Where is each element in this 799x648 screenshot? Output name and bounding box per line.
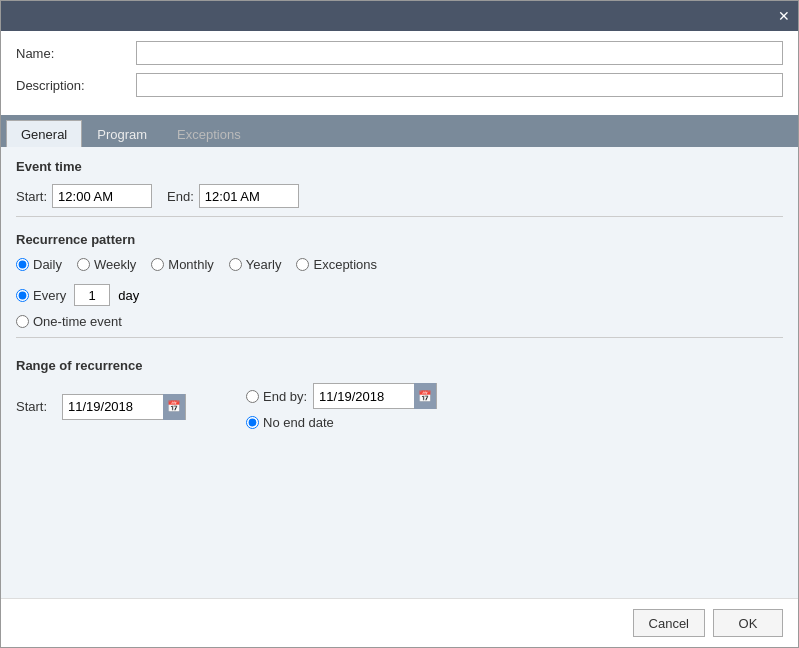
end-by-date-wrapper: 📅 (313, 383, 437, 409)
no-end-date-label: No end date (263, 415, 334, 430)
start-date-input[interactable] (63, 395, 163, 419)
radio-exceptions-label: Exceptions (313, 257, 377, 272)
radio-monthly-label: Monthly (168, 257, 214, 272)
tab-general[interactable]: General (6, 120, 82, 147)
content-area: Event time Start: End: Recurrence patter… (1, 147, 798, 598)
range-section: Range of recurrence Start: 📅 End by: (16, 358, 783, 430)
recurrence-title: Recurrence pattern (16, 232, 783, 247)
no-end-date-row: No end date (246, 415, 437, 430)
radio-weekly[interactable]: Weekly (77, 257, 136, 272)
recurrence-options-row: Daily Weekly Monthly Yearly Exceptions (16, 257, 783, 272)
close-button[interactable]: ✕ (778, 9, 790, 23)
tabs-bar: General Program Exceptions (1, 115, 798, 147)
radio-weekly-label: Weekly (94, 257, 136, 272)
ok-button[interactable]: OK (713, 609, 783, 637)
recurrence-section: Recurrence pattern Daily Weekly Monthly … (16, 232, 783, 329)
title-bar: ✕ (1, 1, 798, 31)
dialog: ✕ Name: Description: General Program Exc… (0, 0, 799, 648)
description-input[interactable] (136, 73, 783, 97)
one-time-label: One-time event (33, 314, 122, 329)
one-time-row: One-time event (16, 314, 783, 329)
radio-monthly[interactable]: Monthly (151, 257, 214, 272)
radio-exceptions[interactable]: Exceptions (296, 257, 377, 272)
name-label: Name: (16, 46, 136, 61)
radio-no-end-date[interactable]: No end date (246, 415, 437, 430)
footer: Cancel OK (1, 598, 798, 647)
start-calendar-button[interactable]: 📅 (163, 394, 185, 420)
every-row: Every day (16, 284, 783, 306)
end-time-input[interactable] (199, 184, 299, 208)
radio-daily-label: Daily (33, 257, 62, 272)
range-start-label: Start: (16, 399, 56, 414)
every-value-input[interactable] (74, 284, 110, 306)
every-label: Every (33, 288, 66, 303)
radio-end-by[interactable]: End by: (246, 389, 307, 404)
description-row: Description: (16, 73, 783, 97)
end-by-date-input[interactable] (314, 384, 414, 408)
divider1 (16, 216, 783, 217)
tab-exceptions: Exceptions (162, 120, 256, 147)
end-calendar-button[interactable]: 📅 (414, 383, 436, 409)
form-section: Name: Description: (1, 31, 798, 115)
name-row: Name: (16, 41, 783, 65)
cancel-button[interactable]: Cancel (633, 609, 705, 637)
end-label: End: (167, 189, 194, 204)
end-by-label: End by: (263, 389, 307, 404)
end-time-group: End: (167, 184, 299, 208)
event-time-title: Event time (16, 159, 783, 174)
start-date-wrapper: 📅 (62, 394, 186, 420)
divider2 (16, 337, 783, 338)
range-title: Range of recurrence (16, 358, 783, 373)
tab-program[interactable]: Program (82, 120, 162, 147)
radio-every[interactable]: Every (16, 288, 66, 303)
radio-yearly[interactable]: Yearly (229, 257, 282, 272)
end-group: End by: 📅 No end date (246, 383, 437, 430)
radio-yearly-label: Yearly (246, 257, 282, 272)
range-row: Start: 📅 End by: 📅 (16, 383, 783, 430)
start-label: Start: (16, 189, 47, 204)
range-start-group: Start: 📅 (16, 394, 186, 420)
name-input[interactable] (136, 41, 783, 65)
end-by-row: End by: 📅 (246, 383, 437, 409)
description-label: Description: (16, 78, 136, 93)
event-time-row: Start: End: (16, 184, 783, 208)
radio-daily[interactable]: Daily (16, 257, 62, 272)
every-unit: day (118, 288, 139, 303)
start-time-group: Start: (16, 184, 152, 208)
start-time-input[interactable] (52, 184, 152, 208)
radio-one-time[interactable]: One-time event (16, 314, 122, 329)
